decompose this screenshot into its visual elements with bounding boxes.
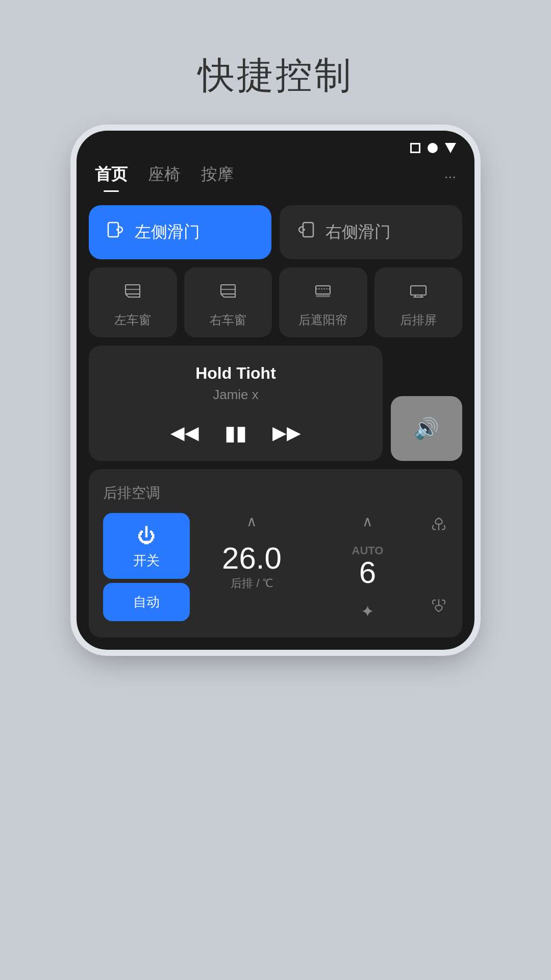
rear-shade-icon xyxy=(314,282,332,305)
left-window-icon xyxy=(123,282,142,305)
status-triangle-icon xyxy=(445,143,456,153)
ac-power-col: ⏻ 开关 自动 xyxy=(103,513,190,621)
ac-airflow-top-icon[interactable] xyxy=(430,515,448,538)
right-window-button[interactable]: 右车窗 xyxy=(184,267,272,337)
fan-icon: ✦ xyxy=(361,602,374,621)
left-window-label: 左车窗 xyxy=(114,312,151,328)
ac-auto-label: 自动 xyxy=(133,593,160,611)
svg-rect-8 xyxy=(316,286,330,294)
right-window-label: 右车窗 xyxy=(210,312,246,328)
status-bar xyxy=(77,131,474,158)
page-title: 快捷控制 xyxy=(198,51,353,100)
temp-up-button[interactable]: ∧ xyxy=(246,513,257,530)
volume-icon: 🔊 xyxy=(404,396,449,461)
ac-section: 后排空调 ⏻ 开关 自动 ∧ 26.0 后 xyxy=(89,469,462,638)
player-controls: ◀◀ ▮▮ ▶▶ xyxy=(170,421,301,445)
rear-screen-icon xyxy=(409,282,428,305)
ac-airflow-bottom-icon[interactable] xyxy=(430,596,448,619)
tab-home[interactable]: 首页 xyxy=(95,163,128,190)
svg-rect-10 xyxy=(316,295,330,297)
ac-title: 后排空调 xyxy=(103,483,448,503)
more-menu-button[interactable]: ··· xyxy=(444,168,456,185)
right-door-icon xyxy=(296,219,316,245)
ac-auto-button[interactable]: 自动 xyxy=(103,583,190,621)
ac-temp-col: ∧ 26.0 后排 / ℃ ∨ xyxy=(198,513,306,621)
door-controls: 左侧滑门 右侧滑门 xyxy=(89,205,462,259)
prev-button[interactable]: ◀◀ xyxy=(170,422,199,444)
left-door-button[interactable]: 左侧滑门 xyxy=(89,205,271,259)
right-door-button[interactable]: 右侧滑门 xyxy=(280,205,462,259)
svg-point-1 xyxy=(116,229,118,231)
rear-shade-button[interactable]: 后遮阳帘 xyxy=(279,267,367,337)
music-player: Hold Tioht Jamie x ◀◀ ▮▮ ▶▶ 🔊 xyxy=(89,346,462,461)
ac-power-icon: ⏻ xyxy=(137,525,156,547)
rear-screen-button[interactable]: 后排屏 xyxy=(374,267,463,337)
svg-rect-11 xyxy=(411,286,426,295)
next-button[interactable]: ▶▶ xyxy=(272,422,301,444)
svg-point-3 xyxy=(303,229,305,231)
ac-controls: ⏻ 开关 自动 ∧ 26.0 后排 / ℃ ∨ xyxy=(103,513,448,621)
left-door-label: 左侧滑门 xyxy=(135,221,200,243)
player-main-card: Hold Tioht Jamie x ◀◀ ▮▮ ▶▶ xyxy=(89,346,383,461)
status-circle-icon xyxy=(428,143,438,153)
ac-temp-unit: 后排 / ℃ xyxy=(231,576,272,591)
rear-screen-label: 后排屏 xyxy=(400,312,437,328)
right-door-label: 右侧滑门 xyxy=(325,221,391,243)
ac-side-col xyxy=(430,513,448,621)
window-controls: 左车窗 右车窗 xyxy=(89,267,462,337)
left-window-button[interactable]: 左车窗 xyxy=(89,267,177,337)
ac-fan-col: ∧ AUTO 6 ✦ xyxy=(314,513,421,621)
song-title: Hold Tioht xyxy=(195,364,276,383)
status-square-icon xyxy=(410,143,420,153)
tab-massage[interactable]: 按摩 xyxy=(201,163,234,190)
ac-power-button[interactable]: ⏻ 开关 xyxy=(103,513,190,579)
fan-up-button[interactable]: ∧ xyxy=(362,513,373,530)
ac-power-label: 开关 xyxy=(133,552,160,570)
song-artist: Jamie x xyxy=(213,387,259,403)
phone-frame: 首页 座椅 按摩 ··· 左侧滑门 xyxy=(77,131,474,650)
ac-fan-value: 6 xyxy=(359,557,376,588)
ac-temp-value: 26.0 xyxy=(222,543,282,574)
nav-tabs: 首页 座椅 按摩 ··· xyxy=(77,158,474,200)
tab-seat[interactable]: 座椅 xyxy=(148,163,181,190)
main-content: 左侧滑门 右侧滑门 xyxy=(77,200,474,650)
rear-shade-label: 后遮阳帘 xyxy=(298,312,347,328)
volume-button[interactable]: 🔊 xyxy=(391,396,462,461)
left-door-icon xyxy=(105,219,126,245)
pause-button[interactable]: ▮▮ xyxy=(224,421,247,445)
right-window-icon xyxy=(219,282,237,305)
